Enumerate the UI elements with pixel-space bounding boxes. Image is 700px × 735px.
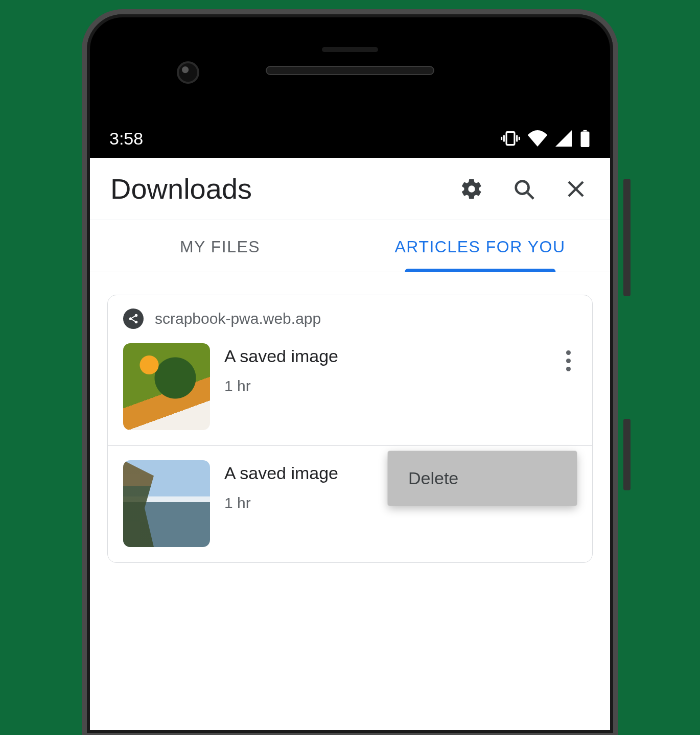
gear-icon xyxy=(460,177,483,201)
context-menu: Delete xyxy=(388,451,577,506)
close-icon xyxy=(565,178,587,200)
svg-point-7 xyxy=(516,181,529,194)
item-thumbnail xyxy=(123,460,210,547)
more-vert-icon xyxy=(566,350,571,355)
cell-signal-icon xyxy=(555,130,572,147)
svg-point-11 xyxy=(135,314,138,317)
svg-rect-3 xyxy=(516,135,518,142)
item-age: 1 hr xyxy=(224,377,577,395)
svg-rect-0 xyxy=(506,132,515,145)
tab-label: ARTICLES FOR YOU xyxy=(395,238,566,256)
search-icon xyxy=(512,177,535,201)
search-button[interactable] xyxy=(510,175,538,203)
app-screen: Downloads xyxy=(90,158,610,730)
wifi-icon xyxy=(527,130,548,147)
phone-hardware-top xyxy=(90,17,610,122)
menu-item-label: Delete xyxy=(408,468,458,488)
svg-rect-5 xyxy=(584,130,587,131)
svg-line-8 xyxy=(528,193,534,199)
phone-side-button xyxy=(623,419,631,490)
app-bar: Downloads xyxy=(90,158,610,220)
battery-icon xyxy=(579,130,591,147)
close-button[interactable] xyxy=(562,175,590,203)
vibrate-icon xyxy=(501,130,520,147)
svg-rect-2 xyxy=(501,137,502,140)
tab-label: MY FILES xyxy=(180,238,260,256)
phone-side-button xyxy=(623,179,631,296)
downloads-group-card: scrapbook-pwa.web.app A saved image 1 hr xyxy=(107,295,593,563)
tab-my-files[interactable]: MY FILES xyxy=(90,220,350,272)
menu-item-delete[interactable]: Delete xyxy=(388,451,577,506)
item-thumbnail xyxy=(123,343,210,430)
settings-button[interactable] xyxy=(458,175,485,203)
download-item[interactable]: A saved image 1 hr xyxy=(108,339,592,445)
status-time: 3:58 xyxy=(109,129,143,149)
svg-rect-1 xyxy=(503,135,505,142)
tab-articles-for-you[interactable]: ARTICLES FOR YOU xyxy=(350,220,610,272)
item-overflow-button[interactable] xyxy=(562,346,575,375)
tab-bar: MY FILES ARTICLES FOR YOU xyxy=(90,220,610,272)
svg-rect-4 xyxy=(519,137,520,140)
page-title: Downloads xyxy=(110,172,458,205)
share-icon xyxy=(123,309,144,329)
phone-frame: 3:58 xyxy=(82,0,618,735)
svg-point-13 xyxy=(135,321,138,324)
card-source-host: scrapbook-pwa.web.app xyxy=(155,310,321,327)
svg-rect-6 xyxy=(581,131,590,147)
svg-point-12 xyxy=(129,317,132,320)
download-item[interactable]: A saved image 1 hr Delete xyxy=(108,445,592,562)
item-title: A saved image xyxy=(224,346,577,366)
card-source-header: scrapbook-pwa.web.app xyxy=(108,295,592,339)
status-bar: 3:58 xyxy=(90,122,610,158)
